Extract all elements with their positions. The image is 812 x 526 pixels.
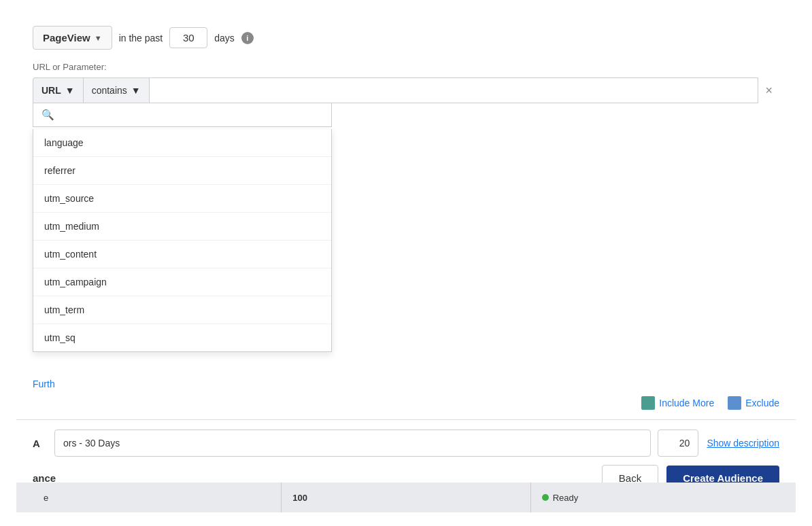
dropdown-item-utm-term[interactable]: utm_term <box>33 296 331 324</box>
further-link-text: Furth <box>33 379 55 389</box>
dropdown-item-referrer[interactable]: referrer <box>33 157 331 185</box>
exclude-button[interactable]: Exclude <box>728 396 779 410</box>
status-name-segment: e <box>33 483 282 512</box>
close-filter-button[interactable]: × <box>758 77 779 103</box>
url-label: URL <box>41 85 61 96</box>
dropdown-item-utm-medium[interactable]: utm_medium <box>33 213 331 241</box>
dropdown-item-utm-source[interactable]: utm_source <box>33 185 331 213</box>
show-description-text: Show description <box>707 438 779 449</box>
pageview-label: PageView <box>43 32 90 43</box>
days-input[interactable] <box>169 27 207 48</box>
url-dropdown-button[interactable]: URL ▼ <box>33 77 83 103</box>
filter-row: URL ▼ contains ▼ × <box>33 77 779 103</box>
show-description-link[interactable]: Show description <box>707 438 779 449</box>
main-container: PageView ▼ in the past days i URL or Par… <box>0 0 812 526</box>
days-label: days <box>214 33 235 43</box>
further-row: Furth <box>16 379 796 389</box>
action-row: Include More Exclude <box>16 396 796 410</box>
status-count-text: 100 <box>292 493 307 503</box>
info-icon[interactable]: i <box>241 32 254 44</box>
status-ready-text: Ready <box>553 493 579 503</box>
audience-section-initial: A <box>33 438 46 449</box>
filter-value-input[interactable] <box>150 77 759 103</box>
dropdown-item-utm-content[interactable]: utm_content <box>33 241 331 268</box>
status-name-text: e <box>44 493 48 503</box>
in-the-past-label: in the past <box>119 33 163 43</box>
ready-dot-icon <box>542 494 549 501</box>
url-param-label: URL or Parameter: <box>33 62 779 72</box>
separator <box>16 419 796 420</box>
audience-input-row <box>54 429 698 457</box>
search-input[interactable] <box>60 109 323 120</box>
contains-chevron-icon: ▼ <box>131 85 141 96</box>
audience-name-input[interactable] <box>54 429 651 457</box>
search-icon: 🔍 <box>41 109 54 121</box>
top-section: PageView ▼ in the past days i URL or Par… <box>16 14 796 127</box>
top-row: PageView ▼ in the past days i <box>33 26 779 50</box>
pageview-button[interactable]: PageView ▼ <box>33 26 112 50</box>
audience-count-input[interactable] <box>658 429 698 457</box>
contains-dropdown-button[interactable]: contains ▼ <box>83 77 150 103</box>
include-more-icon <box>641 396 655 410</box>
contains-label: contains <box>92 85 127 96</box>
exclude-icon <box>728 396 741 410</box>
audience-section: A Show description <box>16 429 796 457</box>
include-more-label: Include More <box>659 398 714 408</box>
dropdown-item-utm-sq[interactable]: utm_sq <box>33 324 331 351</box>
layout: PageView ▼ in the past days i URL or Par… <box>16 14 796 512</box>
exclude-label: Exclude <box>745 398 779 408</box>
filter-area: URL ▼ contains ▼ × 🔍 <box>33 77 779 127</box>
status-bar: e 100 Ready <box>16 483 796 512</box>
search-row: 🔍 <box>33 103 332 127</box>
dropdown-item-utm-campaign[interactable]: utm_campaign <box>33 268 331 296</box>
url-chevron-icon: ▼ <box>65 85 75 96</box>
pageview-chevron-icon: ▼ <box>95 34 102 42</box>
dropdown-list: language referrer utm_source utm_medium … <box>33 129 332 352</box>
close-icon: × <box>765 84 773 98</box>
status-count-segment: 100 <box>282 483 530 512</box>
dropdown-item-language[interactable]: language <box>33 129 331 157</box>
include-more-button[interactable]: Include More <box>641 396 714 410</box>
status-ready-segment: Ready <box>531 483 779 512</box>
further-filter-link[interactable]: Furth <box>33 379 55 389</box>
